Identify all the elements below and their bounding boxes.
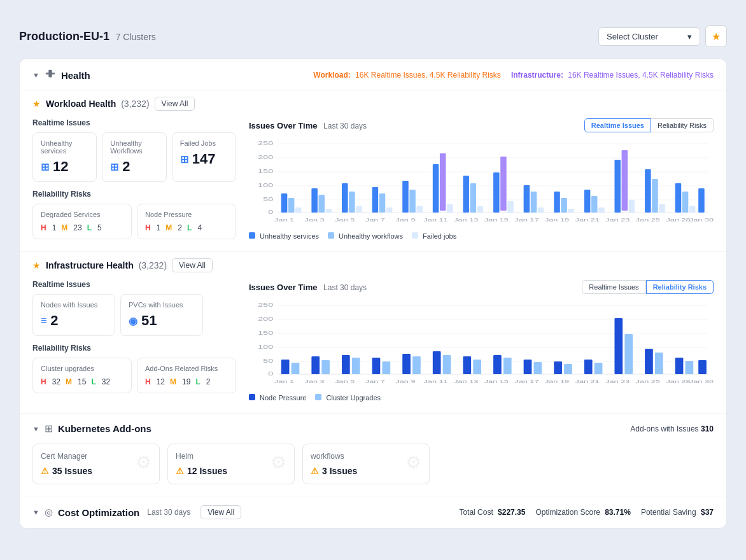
svg-rect-41 xyxy=(554,192,560,213)
cost-collapse-button[interactable]: ▼ xyxy=(32,508,39,516)
svg-rect-26 xyxy=(402,181,409,213)
svg-rect-104 xyxy=(584,360,593,374)
svg-rect-85 xyxy=(292,363,300,374)
svg-text:Jan 13: Jan 13 xyxy=(454,216,478,222)
node-low-count: 4 xyxy=(197,223,202,232)
svg-text:Jan 15: Jan 15 xyxy=(484,378,509,384)
svg-text:Jan 3: Jan 3 xyxy=(305,378,325,384)
svg-text:Jan 13: Jan 13 xyxy=(454,378,478,384)
svg-text:150: 150 xyxy=(258,330,273,337)
svg-rect-35 xyxy=(493,172,500,213)
cert-manager-card: Cert Manager ⚠ 35 Issues ⚙ xyxy=(32,444,160,484)
legend-node-pressure: Node Pressure xyxy=(249,394,306,402)
pvcs-issues-card: PVCs with Issues ◉ 51 xyxy=(120,294,203,336)
nodes-icon: ≡ xyxy=(41,315,46,326)
degraded-services-card: Degraded Services H 1 M 23 L 5 xyxy=(32,204,132,239)
helm-issues: ⚠ 12 Issues xyxy=(176,466,227,476)
svg-text:250: 250 xyxy=(258,140,273,147)
node-high-badge: H xyxy=(145,223,151,232)
svg-text:50: 50 xyxy=(263,196,273,203)
svg-rect-32 xyxy=(463,176,469,213)
cost-title: Cost Optimization xyxy=(58,507,139,518)
svg-rect-38 xyxy=(524,185,530,213)
svg-rect-98 xyxy=(493,355,502,374)
svg-text:Jan 7: Jan 7 xyxy=(365,216,385,222)
svg-rect-110 xyxy=(675,358,684,374)
med-badge: M xyxy=(61,223,67,232)
bookmark-button[interactable]: ★ xyxy=(705,25,727,47)
addons-high-count: 12 xyxy=(157,377,165,386)
reliability-risks-tab[interactable]: Reliability Risks xyxy=(651,118,714,132)
svg-rect-54 xyxy=(682,192,689,213)
svg-text:Jan 1: Jan 1 xyxy=(274,216,294,222)
svg-text:Jan 11: Jan 11 xyxy=(424,378,448,384)
infra-reliability-tab[interactable]: Reliability Risks xyxy=(646,280,714,294)
node-pressure-card: Node Pressure H 1 M 2 L 4 xyxy=(137,204,236,239)
svg-text:100: 100 xyxy=(258,182,273,189)
health-collapse-button[interactable]: ▼ xyxy=(32,71,39,79)
svg-rect-23 xyxy=(372,187,379,213)
health-section-header: ▼ Health Workload: 16K Realtime Issues, … xyxy=(20,59,726,90)
pvcs-icon: ◉ xyxy=(129,315,137,327)
infra-realtime-tab[interactable]: Realtime Issues xyxy=(582,280,645,294)
svg-text:Jan 17: Jan 17 xyxy=(514,216,538,222)
svg-rect-88 xyxy=(342,355,350,374)
infra-health-header: ★ Infrastructure Health (3,232) View All xyxy=(32,258,714,272)
cluster-high: H xyxy=(41,377,46,386)
svg-text:Jan 23: Jan 23 xyxy=(605,378,630,384)
cert-manager-issues: ⚠ 35 Issues xyxy=(41,466,92,476)
svg-text:50: 50 xyxy=(263,358,273,365)
select-cluster-dropdown[interactable]: Select Cluster ▾ xyxy=(598,27,700,46)
low-badge: L xyxy=(87,223,92,232)
realtime-label: Realtime Issues xyxy=(32,118,236,127)
svg-rect-20 xyxy=(342,183,348,213)
addons-title: Kubernetes Add-ons xyxy=(58,423,151,434)
addons-low-count: 2 xyxy=(206,377,211,386)
workload-health-title: Workload Health xyxy=(46,99,116,109)
realtime-issues-tab[interactable]: Realtime Issues xyxy=(584,118,651,132)
svg-rect-45 xyxy=(591,196,598,213)
infra-health-count: (3,232) xyxy=(139,260,167,270)
failed-jobs-card: Failed Jobs ⊞ 147 xyxy=(172,132,236,182)
svg-rect-1 xyxy=(48,70,52,78)
high-count: 1 xyxy=(52,223,57,232)
workflows-warn-icon: ⚠ xyxy=(311,466,319,476)
helm-warn-icon: ⚠ xyxy=(176,466,184,476)
cost-meta: Total Cost $227.35 Optimization Score 83… xyxy=(459,508,714,517)
cert-manager-icon: ⚙ xyxy=(136,452,151,473)
health-title: Health xyxy=(61,70,90,81)
svg-rect-51 xyxy=(652,179,658,213)
svg-text:Jan 19: Jan 19 xyxy=(545,216,569,222)
helm-info: Helm ⚠ 12 Issues xyxy=(176,452,227,476)
workflows-issues: ⚠ 3 Issues xyxy=(311,466,357,476)
infra-bar-chart: 250 200 150 100 50 0 xyxy=(249,299,714,388)
warn-icon: ⚠ xyxy=(41,466,49,476)
infra-chart-panel: Issues Over Time Last 30 days Realtime I… xyxy=(249,280,714,402)
chevron-down-icon: ▾ xyxy=(687,32,692,41)
svg-text:Jan 1: Jan 1 xyxy=(274,378,294,384)
workflows-icon: ⊞ xyxy=(110,161,118,173)
svg-rect-91 xyxy=(382,361,390,374)
workload-health-count: (3,232) xyxy=(121,99,149,109)
infra-view-all-button[interactable]: View All xyxy=(172,258,213,272)
workload-chart-legend: Unhealthy services Unhealthy workflows F… xyxy=(249,232,714,240)
svg-rect-29 xyxy=(433,164,439,213)
infra-summary: Infrastructure: 16K Realtime Issues, 4.5… xyxy=(511,71,714,80)
svg-rect-37 xyxy=(507,201,514,213)
infra-chart-header: Issues Over Time Last 30 days Realtime I… xyxy=(249,280,714,294)
svg-rect-90 xyxy=(372,358,381,374)
workflows-card: workflows ⚠ 3 Issues ⚙ xyxy=(302,444,430,484)
node-low-badge: L xyxy=(187,223,192,232)
cost-view-all-button[interactable]: View All xyxy=(201,505,241,519)
addons-med-count: 19 xyxy=(182,377,190,386)
pvcs-value: ◉ 51 xyxy=(129,312,195,329)
addons-content: ▼ ⊞ Kubernetes Add-ons Add-ons with Issu… xyxy=(20,414,726,496)
failed-jobs-value: ⊞ 147 xyxy=(180,151,228,167)
addons-collapse-button[interactable]: ▼ xyxy=(32,425,39,433)
svg-rect-112 xyxy=(698,360,707,374)
legend-unhealthy-wf: Unhealthy workflows xyxy=(328,232,403,240)
workload-star-icon: ★ xyxy=(32,99,41,109)
workload-view-all-button[interactable]: View All xyxy=(155,97,195,111)
svg-rect-87 xyxy=(321,360,330,374)
svg-rect-109 xyxy=(655,353,663,374)
